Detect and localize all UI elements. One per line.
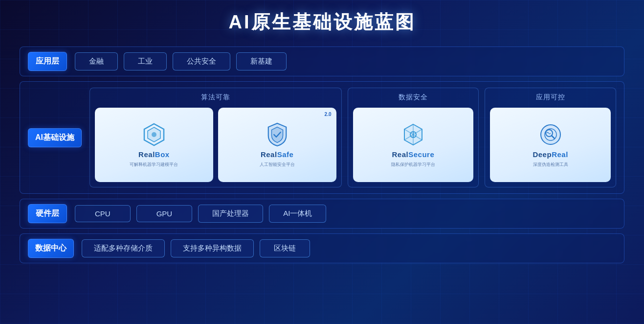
dc-item-blockchain: 区块链 — [260, 239, 310, 257]
datacenter-layer-label: 数据中心 — [28, 239, 74, 258]
datacenter-layer-items: 适配多种存储介质 支持多种异构数据 区块链 — [82, 239, 616, 257]
application-layer: 应用层 金融 工业 公共安全 新基建 — [20, 46, 624, 76]
infra-group-algo: 算法可靠 RealB — [89, 88, 342, 187]
application-layer-label: 应用层 — [28, 52, 67, 71]
ai-infra-label: AI基础设施 — [28, 128, 82, 147]
realsecure-desc: 隐私保护机器学习平台 — [391, 162, 435, 168]
product-card-realsafe: 2.0 RealSafe 人工智能安全 — [218, 108, 336, 182]
hw-item-gpu: GPU — [136, 205, 193, 222]
layers-wrapper: 应用层 金融 工业 公共安全 新基建 AI基础设施 算法可靠 — [20, 46, 624, 263]
infra-group-datasec: 数据安全 — [348, 88, 479, 187]
infra-group-datasec-title: 数据安全 — [399, 93, 428, 102]
infra-group-algo-title: 算法可靠 — [201, 93, 230, 102]
realbox-name: RealBox — [138, 150, 170, 159]
algo-cards: RealBox 可解释机器学习建模平台 2.0 — [95, 108, 336, 182]
infra-group-appctrl-title: 应用可控 — [536, 93, 565, 102]
application-layer-items: 金融 工业 公共安全 新基建 — [75, 52, 616, 70]
realbox-icon — [141, 122, 167, 147]
app-item-newinfra: 新基建 — [236, 52, 287, 70]
infra-group-appctrl: 应用可控 — [485, 88, 616, 187]
appctrl-cards: DeepReal 深度伪造检测工具 — [490, 108, 611, 182]
product-card-realbox: RealBox 可解释机器学习建模平台 — [95, 108, 213, 182]
svg-point-9 — [541, 125, 560, 144]
app-item-industry: 工业 — [124, 52, 167, 70]
ai-infra-layer: AI基础设施 算法可靠 — [20, 81, 624, 194]
dc-item-storage: 适配多种存储介质 — [82, 239, 165, 257]
realsafe-badge: 2.0 — [325, 112, 332, 117]
hardware-layer: 硬件层 CPU GPU 国产处理器 AI一体机 — [20, 199, 624, 229]
hw-item-ai-machine: AI一体机 — [269, 205, 326, 223]
ai-infra-content: 算法可靠 RealB — [89, 88, 616, 187]
page-title: AI原生基础设施蓝图 — [229, 10, 416, 35]
realbox-desc: 可解释机器学习建模平台 — [130, 162, 178, 168]
realsafe-icon — [265, 122, 290, 147]
realsecure-name: RealSecure — [392, 150, 435, 159]
datacenter-layer: 数据中心 适配多种存储介质 支持多种异构数据 区块链 — [20, 233, 624, 263]
datasec-cards: RealSecure 隐私保护机器学习平台 — [353, 108, 474, 182]
hardware-layer-label: 硬件层 — [28, 204, 67, 223]
hw-item-domestic: 国产处理器 — [198, 205, 263, 223]
dc-item-heterogeneous: 支持多种异构数据 — [171, 239, 254, 257]
app-item-finance: 金融 — [75, 52, 118, 70]
realsafe-name: RealSafe — [261, 150, 293, 159]
deepreal-desc: 深度伪造检测工具 — [533, 162, 568, 168]
deepreal-icon — [538, 122, 563, 147]
deepreal-name: DeepReal — [533, 150, 568, 159]
app-item-security: 公共安全 — [173, 52, 230, 70]
product-card-realsecure: RealSecure 隐私保护机器学习平台 — [353, 108, 474, 182]
realsafe-desc: 人工智能安全平台 — [260, 162, 295, 168]
hw-item-cpu: CPU — [75, 205, 131, 222]
svg-point-2 — [152, 132, 156, 137]
realsecure-icon — [400, 122, 426, 147]
hardware-layer-items: CPU GPU 国产处理器 AI一体机 — [75, 205, 616, 223]
main-container: AI原生基础设施蓝图 应用层 金融 工业 公共安全 新基建 AI基础设施 算法可… — [0, 0, 644, 324]
product-card-deepreal: DeepReal 深度伪造检测工具 — [490, 108, 611, 182]
